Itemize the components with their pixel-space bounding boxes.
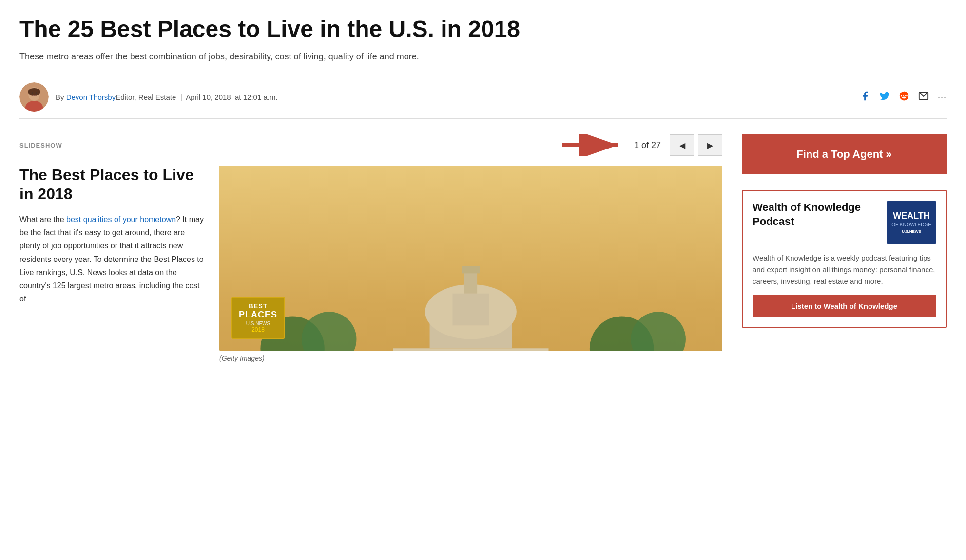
svg-point-6 (36, 93, 37, 94)
slide-text-after-link: ? It may be the fact that it's easy to g… (19, 215, 204, 303)
slide-text-before-link: What are the (19, 215, 66, 224)
author-avatar (19, 82, 49, 112)
image-caption: (Getty Images) (219, 355, 722, 362)
author-role: Editor, Real Estate (116, 93, 176, 101)
red-arrow (557, 134, 625, 156)
svg-point-4 (28, 88, 40, 96)
reddit-icon[interactable] (899, 91, 909, 104)
svg-rect-34 (462, 266, 480, 274)
badge-best-text: BEST (239, 302, 277, 310)
badge-usnews-text: U.S.NEWS (239, 321, 277, 326)
next-slide-button[interactable]: ▶ (698, 134, 722, 156)
content-layout: SLIDESHOW (19, 134, 947, 362)
wealth-knowledge-card: Wealth of Knowledge Podcast WEALTH OF KN… (742, 190, 947, 328)
wealth-logo-sub: OF KNOWLEDGE (891, 222, 931, 227)
svg-rect-23 (393, 348, 549, 351)
social-icons: ··· (860, 91, 947, 104)
svg-rect-33 (464, 271, 477, 294)
slideshow-label: SLIDESHOW (19, 142, 62, 149)
author-info: By Devon ThorsbyEditor, Real Estate | Ap… (19, 82, 278, 112)
slide-text-column: The Best Places to Live in 2018 What are… (19, 166, 205, 362)
slide-description: What are the best qualities of your home… (19, 213, 205, 305)
article-date: April 10, 2018, at 12:01 a.m. (186, 93, 277, 101)
wealth-logo-brand: U.S.NEWS (902, 229, 921, 234)
svg-point-5 (32, 93, 33, 94)
facebook-icon[interactable] (860, 91, 870, 104)
badge-places-text: PLACES (239, 310, 277, 320)
slide-main-image: BEST PLACES U.S.NEWS 2018 (219, 166, 722, 351)
author-meta: By Devon ThorsbyEditor, Real Estate | Ap… (56, 93, 278, 101)
main-content: SLIDESHOW (19, 134, 722, 362)
slide-link[interactable]: best qualities of your hometown (66, 215, 176, 224)
wealth-card-title: Wealth of Knowledge Podcast (753, 201, 879, 244)
article-title: The 25 Best Places to Live in the U.S. i… (19, 16, 947, 42)
slideshow-header: SLIDESHOW (19, 134, 722, 156)
sidebar: Find a Top Agent » Wealth of Knowledge P… (742, 134, 947, 362)
wealth-logo: WEALTH OF KNOWLEDGE U.S.NEWS (887, 201, 936, 244)
slide-title: The Best Places to Live in 2018 (19, 166, 205, 203)
find-agent-button[interactable]: Find a Top Agent » (742, 134, 947, 174)
more-options-icon[interactable]: ··· (938, 92, 947, 102)
prev-slide-button[interactable]: ◀ (670, 134, 694, 156)
svg-rect-32 (452, 294, 489, 326)
badge-year-text: 2018 (239, 326, 277, 333)
wealth-logo-text: WEALTH (893, 211, 930, 221)
best-places-badge: BEST PLACES U.S.NEWS 2018 (231, 297, 285, 339)
email-icon[interactable] (918, 91, 929, 104)
slideshow-body: The Best Places to Live in 2018 What are… (19, 166, 722, 362)
slide-counter: 1 of 27 (634, 140, 661, 150)
twitter-icon[interactable] (879, 91, 890, 104)
wealth-description: Wealth of Knowledge is a weekly podcast … (753, 252, 936, 287)
slide-image-column: BEST PLACES U.S.NEWS 2018 (Getty Images) (219, 166, 722, 362)
listen-button[interactable]: Listen to Wealth of Knowledge (753, 295, 936, 317)
wealth-card-top: Wealth of Knowledge Podcast WEALTH OF KN… (753, 201, 936, 244)
author-row: By Devon ThorsbyEditor, Real Estate | Ap… (19, 75, 947, 119)
author-name-link[interactable]: Devon Thorsby (66, 93, 116, 101)
article-subtitle: These metro areas offer the best combina… (19, 50, 947, 63)
slideshow-nav: 1 of 27 ◀ ▶ (557, 134, 722, 156)
